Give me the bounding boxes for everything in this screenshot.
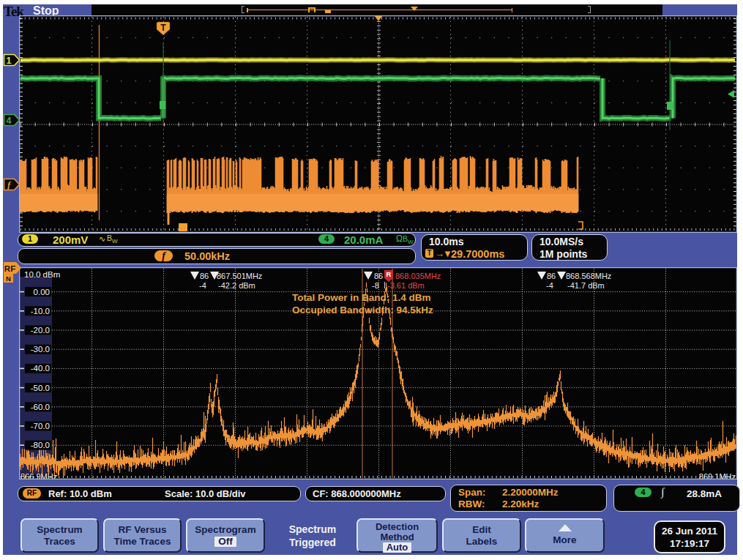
svg-text:86: 86 — [200, 272, 209, 280]
svg-text:-50.0: -50.0 — [31, 384, 50, 392]
svg-text:868.568MHz: 868.568MHz — [566, 272, 611, 280]
svg-text:868.035MHz: 868.035MHz — [395, 272, 441, 280]
svg-text:866.9MHz: 866.9MHz — [20, 472, 57, 479]
svg-text:-4: -4 — [546, 281, 553, 290]
svg-text:Total Power in Band: 1.4 dBm: Total Power in Band: 1.4 dBm — [292, 292, 431, 303]
svg-text:4: 4 — [7, 116, 12, 126]
svg-text:869.1MHz: 869.1MHz — [699, 472, 736, 479]
svg-text:-4: -4 — [199, 281, 206, 290]
svg-text:-8: -8 — [372, 281, 379, 290]
svg-text:-80.0: -80.0 — [31, 441, 50, 449]
svg-text:86: 86 — [547, 272, 556, 280]
svg-text:T: T — [160, 23, 166, 33]
svg-text:867.501MHz: 867.501MHz — [217, 272, 262, 280]
svg-text:Occupied Bandwidth: 94.5kHz: Occupied Bandwidth: 94.5kHz — [292, 305, 433, 316]
svg-text:86: 86 — [374, 272, 383, 280]
svg-text:-60.0: -60.0 — [31, 403, 50, 411]
svg-text:1: 1 — [7, 56, 12, 66]
svg-text:0.00: 0.00 — [34, 288, 50, 296]
svg-text:-3.61 dBm: -3.61 dBm — [387, 281, 425, 290]
svg-text:-40.0: -40.0 — [31, 364, 50, 373]
svg-text:-30.0: -30.0 — [31, 345, 50, 354]
svg-text:-70.0: -70.0 — [31, 422, 50, 430]
svg-text:-41.7 dBm: -41.7 dBm — [567, 281, 605, 290]
svg-text:-10.0: -10.0 — [31, 307, 50, 316]
svg-text:10.0 dBm: 10.0 dBm — [24, 270, 60, 279]
svg-text:N: N — [6, 275, 11, 283]
svg-text:RF: RF — [4, 264, 15, 273]
svg-text:R: R — [387, 270, 392, 278]
svg-text:-42.2 dBm: -42.2 dBm — [218, 281, 255, 290]
svg-text:-20.0: -20.0 — [31, 326, 50, 335]
